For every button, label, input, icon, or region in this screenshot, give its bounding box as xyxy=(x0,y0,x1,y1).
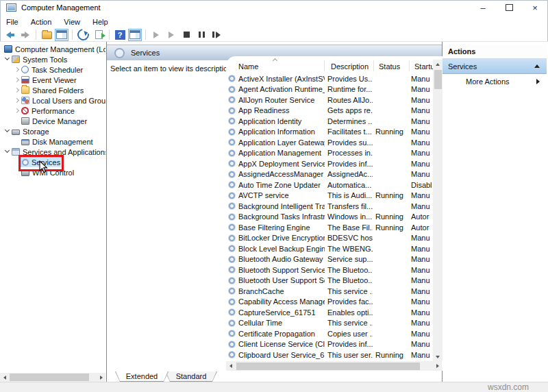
service-row[interactable]: Base Filtering EngineThe Base Fil...Runn… xyxy=(226,222,433,233)
more-actions-item[interactable]: More Actions xyxy=(443,75,547,87)
column-divider[interactable] xyxy=(409,60,410,71)
column-divider[interactable] xyxy=(373,60,374,71)
collapse-icon[interactable] xyxy=(534,64,540,68)
chevron-right-icon[interactable] xyxy=(13,106,21,116)
start-service-button[interactable] xyxy=(149,29,163,41)
chevron-down-icon[interactable] xyxy=(3,147,12,157)
service-row[interactable]: AppX Deployment Service (...Provides inf… xyxy=(226,158,433,169)
tree-item-label: Shared Folders xyxy=(32,86,84,95)
chevron-down-icon[interactable] xyxy=(3,126,12,136)
help-button[interactable] xyxy=(113,29,127,41)
back-button[interactable] xyxy=(3,29,17,41)
cell-start: Manu xyxy=(408,319,433,327)
service-row[interactable]: BranchCacheThis service ...Manu xyxy=(226,286,433,297)
maximize-button[interactable] xyxy=(496,0,522,15)
service-row[interactable]: BitLocker Drive Encryption ...BDESVC hos… xyxy=(226,233,433,244)
cell-name: Agent Activation Runtime_... xyxy=(235,85,325,93)
column-header-status[interactable]: Status xyxy=(379,62,400,71)
cell-desc: The WBENG... xyxy=(325,245,373,253)
menu-bar: File Action View Help xyxy=(0,15,548,28)
list-horizontal-scrollbar[interactable] xyxy=(226,361,442,371)
tree-item-label: Event Viewer xyxy=(32,76,77,84)
column-header-startup-type[interactable]: Startu xyxy=(414,62,434,71)
service-row[interactable]: Background Intelligent Tran...Transfers … xyxy=(226,201,433,212)
forward-button[interactable] xyxy=(18,29,32,41)
show-action-pane-button[interactable] xyxy=(128,29,142,41)
service-row[interactable]: AssignedAccessManager Se...AssignedAc...… xyxy=(226,169,433,180)
service-gear-icon xyxy=(229,341,235,347)
tree-item-system-tools[interactable]: System Tools xyxy=(0,54,105,64)
resume-service-button[interactable] xyxy=(164,29,178,41)
tree-item-disk-management[interactable]: Disk Management xyxy=(0,136,105,147)
tree-item-event-viewer[interactable]: Event Viewer xyxy=(0,75,105,85)
service-row[interactable]: Bluetooth User Support Ser...The Bluetoo… xyxy=(226,275,433,286)
service-row[interactable]: App ReadinessGets apps re...Manu xyxy=(226,106,433,117)
list-vertical-scrollbar[interactable] xyxy=(433,60,443,361)
tree-item-storage[interactable]: Storage xyxy=(0,126,105,136)
services-panel-title: Services xyxy=(131,49,160,57)
scroll-left-icon[interactable] xyxy=(226,362,235,371)
service-row[interactable]: Client License Service (ClipS...Provides… xyxy=(226,339,433,350)
tree-item-label: Task Scheduler xyxy=(32,66,83,74)
service-row[interactable]: CaptureService_61751Enables opti...Manu xyxy=(226,307,433,318)
tree-horizontal-scrollbar[interactable] xyxy=(0,373,105,382)
scrollbar-thumb[interactable] xyxy=(434,70,442,89)
pause-service-button[interactable] xyxy=(195,29,208,41)
service-row[interactable]: Application InformationFacilitates t...R… xyxy=(226,127,433,138)
tree-item-shared-folders[interactable]: Shared Folders xyxy=(0,85,105,95)
chevron-down-icon[interactable] xyxy=(3,54,12,64)
show-console-tree-button[interactable] xyxy=(55,29,68,41)
actions-group-services[interactable]: Services xyxy=(443,59,547,74)
scroll-left-icon[interactable] xyxy=(0,373,9,382)
column-header-description[interactable]: Description xyxy=(331,62,369,71)
service-row[interactable]: Agent Activation Runtime_...Runtime for.… xyxy=(226,84,433,95)
chevron-right-icon[interactable] xyxy=(13,75,21,85)
menu-view[interactable]: View xyxy=(58,18,86,26)
scroll-up-icon[interactable] xyxy=(434,60,443,69)
service-row[interactable]: Bluetooth Audio Gateway S...Service sup.… xyxy=(226,254,433,265)
cell-status: Running xyxy=(373,351,408,359)
service-row[interactable]: Application IdentityDetermines ...Manu xyxy=(226,116,433,127)
tree-item-local-users-and-groups[interactable]: Local Users and Groups xyxy=(0,95,105,106)
service-row[interactable]: Clipboard User Service_61751This user se… xyxy=(226,350,433,360)
menu-action[interactable]: Action xyxy=(25,18,58,26)
up-folder-button[interactable] xyxy=(40,29,53,41)
scrollbar-thumb[interactable] xyxy=(236,363,420,370)
tab-standard[interactable]: Standard xyxy=(165,371,217,382)
tree-item-computer-management-local[interactable]: Computer Management (Local xyxy=(0,44,105,54)
export-list-button[interactable] xyxy=(92,29,105,41)
column-header-name[interactable]: Name xyxy=(238,62,258,71)
service-row[interactable]: AVCTP serviceThis is Audi...RunningManu xyxy=(226,191,433,201)
menu-help[interactable]: Help xyxy=(86,18,114,26)
close-button[interactable]: × xyxy=(522,0,548,15)
chevron-right-icon[interactable] xyxy=(13,95,21,106)
chevron-right-icon[interactable] xyxy=(13,64,21,75)
service-row[interactable]: Certificate PropagationCopies user ...Ma… xyxy=(226,328,433,339)
tree-item-task-scheduler[interactable]: Task Scheduler xyxy=(0,64,105,75)
service-row[interactable]: Auto Time Zone UpdaterAutomatica...Disab… xyxy=(226,180,433,191)
restart-service-button[interactable] xyxy=(210,29,223,41)
scroll-down-icon[interactable] xyxy=(434,352,443,361)
service-row[interactable]: AllJoyn Router ServiceRoutes AllJo...Man… xyxy=(226,95,433,106)
cell-start: Manu xyxy=(408,330,433,338)
service-row[interactable]: Capability Access Manager ...Provides fa… xyxy=(226,297,433,308)
chevron-right-icon[interactable] xyxy=(13,85,21,95)
service-row[interactable]: Block Level Backup Engine ...The WBENG..… xyxy=(226,243,433,254)
scroll-right-icon[interactable] xyxy=(433,362,442,371)
column-divider[interactable] xyxy=(324,60,325,71)
service-row[interactable]: Cellular TimeThis service ...Manu xyxy=(226,318,433,329)
service-row[interactable]: ActiveX Installer (AxInstSV)Provides Us.… xyxy=(226,73,433,84)
scroll-right-icon[interactable] xyxy=(97,373,105,382)
tree-item-device-manager[interactable]: Device Manager xyxy=(0,116,105,126)
service-row[interactable]: Application Layer Gateway ...Provides su… xyxy=(226,137,433,148)
refresh-button[interactable] xyxy=(76,29,90,41)
service-row[interactable]: Background Tasks Infrastruc...Windows in… xyxy=(226,212,433,223)
tree-item-performance[interactable]: Performance xyxy=(0,106,105,116)
stop-service-button[interactable] xyxy=(179,29,193,41)
menu-file[interactable]: File xyxy=(0,18,25,26)
scrollbar-thumb[interactable] xyxy=(10,373,89,381)
service-row[interactable]: Application ManagementProcesses in...Man… xyxy=(226,148,433,159)
service-row[interactable]: Bluetooth Support ServiceThe Bluetoo...M… xyxy=(226,265,433,275)
tab-extended[interactable]: Extended xyxy=(115,371,169,382)
minimize-button[interactable]: – xyxy=(470,0,496,15)
